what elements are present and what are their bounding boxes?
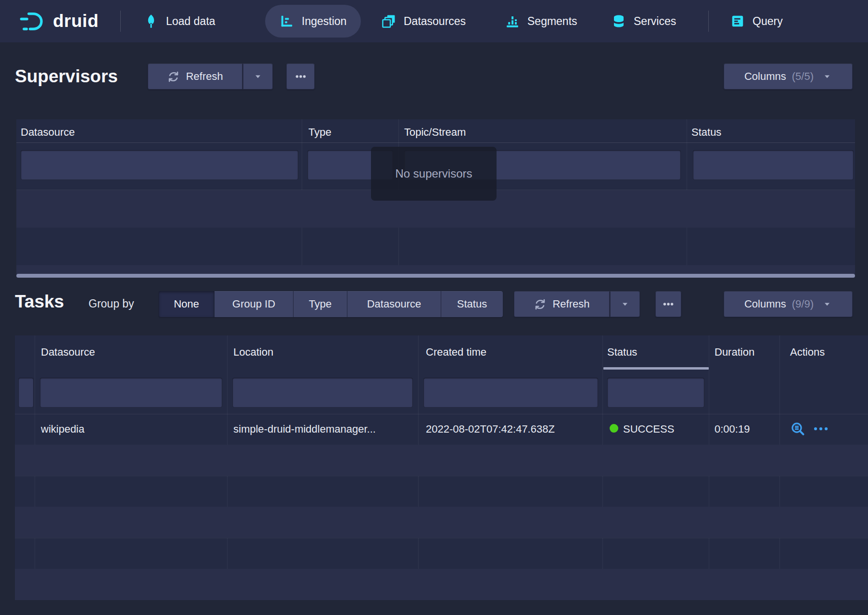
more-icon (294, 70, 307, 83)
columns-label: Columns (744, 70, 786, 83)
query-icon (730, 14, 745, 28)
group-by-group-id[interactable]: Group ID (214, 291, 293, 317)
nav-label: Datasources (404, 15, 466, 28)
empty-row (15, 445, 868, 476)
success-dot (610, 424, 618, 433)
tasks-columns-button[interactable]: Columns (9/9) (724, 291, 853, 317)
tasks-more-button[interactable] (655, 291, 681, 317)
status-sort-indicator (603, 367, 709, 370)
nav-label: Query (753, 15, 783, 28)
cell-datasource[interactable]: wikipedia (41, 423, 85, 436)
ingestion-icon (280, 14, 294, 28)
empty-row (15, 507, 868, 538)
filter-location[interactable] (232, 378, 413, 408)
nav-item-datasources[interactable]: Datasources (378, 0, 470, 42)
nav-item-segments[interactable]: Segments (501, 0, 581, 42)
group-by-type[interactable]: Type (293, 291, 347, 317)
more-icon (662, 298, 675, 310)
filter-created-time[interactable] (423, 378, 598, 408)
row-divider (15, 476, 868, 476)
tasks-title: Tasks (15, 292, 64, 312)
filter-row-divider (15, 414, 868, 414)
druid-console: druid Load data Ingestion (0, 0, 868, 615)
group-by-none[interactable]: None (159, 291, 214, 317)
group-by-label: Group by (89, 297, 134, 310)
tasks-refresh-interval-button[interactable] (610, 291, 640, 317)
tasks-refresh-button[interactable]: Refresh (514, 291, 610, 317)
filter-datasource[interactable] (40, 378, 222, 408)
load-data-icon (144, 14, 158, 28)
nav-label: Ingestion (302, 15, 346, 28)
nav-divider (120, 11, 121, 32)
nav-item-ingestion[interactable]: Ingestion (265, 5, 361, 38)
caret-down-icon (822, 72, 832, 81)
cell-duration[interactable]: 0:00:19 (715, 423, 750, 436)
filter-status[interactable] (693, 150, 854, 180)
nav-item-query[interactable]: Query (727, 0, 787, 42)
caret-down-icon (620, 299, 630, 309)
cell-created-time[interactable]: 2022-08-02T07:42:47.638Z (426, 423, 555, 436)
col-header-topic-stream[interactable]: Topic/Stream (404, 126, 466, 139)
datasources-icon (382, 14, 396, 28)
refresh-icon (534, 298, 547, 311)
col-header-datasource[interactable]: Datasource (21, 126, 75, 139)
col-header-status[interactable]: Status (691, 126, 721, 139)
caret-down-icon (822, 299, 832, 309)
druid-logo-icon (18, 10, 46, 32)
col-header-status[interactable]: Status (607, 346, 637, 359)
col-header-location[interactable]: Location (233, 346, 273, 359)
col-header-actions[interactable]: Actions (790, 346, 825, 359)
tasks-table: Datasource Location Created time Status … (15, 335, 868, 600)
supervisors-columns-button[interactable]: Columns (5/5) (724, 64, 853, 90)
cell-location[interactable]: simple-druid-middlemanager... (233, 423, 376, 436)
empty-message-text: No supervisors (395, 167, 472, 180)
supervisors-refresh-interval-button[interactable] (243, 64, 273, 90)
caret-down-icon (253, 72, 263, 81)
empty-row (15, 569, 868, 600)
filter-status[interactable] (607, 378, 704, 408)
supervisors-table: Datasource Type Topic/Stream Status No s… (16, 119, 855, 278)
col-header-duration[interactable]: Duration (715, 346, 754, 359)
refresh-icon (167, 70, 180, 83)
top-nav: druid Load data Ingestion (0, 0, 868, 42)
refresh-label: Refresh (186, 70, 223, 83)
logo-text: druid (53, 11, 99, 31)
horizontal-scrollbar[interactable] (16, 274, 855, 278)
columns-label: Columns (744, 298, 786, 310)
refresh-label: Refresh (552, 298, 589, 310)
group-by-datasource[interactable]: Datasource (347, 291, 441, 317)
more-icon[interactable] (813, 424, 833, 434)
columns-count: (5/5) (792, 70, 814, 83)
nav-item-load-data[interactable]: Load data (140, 0, 219, 42)
nav-divider (708, 11, 709, 32)
supervisors-more-button[interactable] (286, 64, 315, 90)
druid-logo[interactable]: druid (18, 0, 99, 42)
row-divider (15, 538, 868, 538)
col-header-type[interactable]: Type (308, 126, 332, 139)
header-divider (16, 142, 855, 143)
col-header-datasource[interactable]: Datasource (41, 346, 95, 359)
filter-hidden-column[interactable] (18, 378, 34, 408)
segments-icon (505, 14, 520, 28)
no-supervisors-message: No supervisors (371, 147, 497, 201)
columns-count: (9/9) (792, 298, 814, 310)
services-icon (612, 14, 626, 28)
group-by-status[interactable]: Status (441, 291, 503, 317)
nav-label: Services (634, 15, 676, 28)
nav-item-services[interactable]: Services (608, 0, 680, 42)
supervisors-refresh-button[interactable]: Refresh (148, 64, 243, 90)
empty-row (16, 265, 855, 274)
nav-label: Load data (166, 15, 215, 28)
filter-datasource[interactable] (21, 150, 298, 180)
col-header-created-time[interactable]: Created time (426, 346, 486, 359)
supervisors-title: Supervisors (15, 66, 118, 87)
cell-status[interactable]: SUCCESS (623, 423, 674, 436)
group-by-segmented-control: None Group ID Type Datasource Status (159, 291, 503, 317)
nav-label: Segments (527, 15, 577, 28)
search-details-icon[interactable] (790, 421, 805, 436)
